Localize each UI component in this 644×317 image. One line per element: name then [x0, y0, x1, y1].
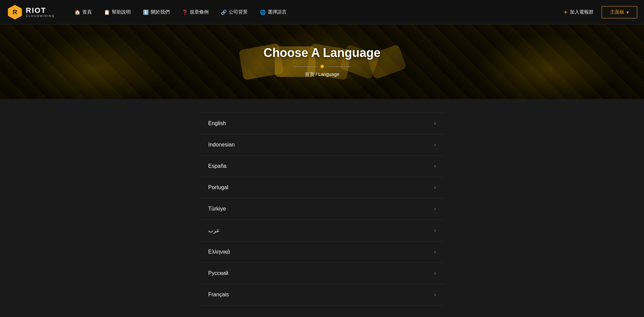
lang-label-francais: Français: [208, 292, 229, 298]
join-button[interactable]: ✈ 加入電報群: [560, 9, 598, 15]
lang-label-turkiye: Türkiye: [208, 206, 226, 212]
svg-text:R: R: [13, 8, 17, 15]
nav-label-home: 首頁: [82, 9, 92, 15]
hero-banner: Choose A Language 首頁 / Language: [0, 24, 644, 99]
lang-chevron-english: ›: [434, 120, 436, 126]
lang-item-espana[interactable]: España›: [200, 156, 444, 177]
help-icon: 📋: [104, 9, 110, 15]
rules-icon: ❓: [182, 9, 188, 15]
lang-item-english[interactable]: English›: [200, 113, 444, 134]
lang-chevron-russian: ›: [434, 270, 436, 276]
navbar: R RIOT CLOUDMINING 🏠 首頁 📋 幫助說明 ℹ️ 關於我們 ❓…: [0, 0, 644, 24]
lang-label-greek: Ελληνικά: [208, 249, 230, 255]
language-list: English›Indonesian›España›Portugal›Türki…: [193, 113, 451, 305]
home-icon: 🏠: [75, 9, 80, 15]
lang-chevron-portugal: ›: [434, 184, 436, 191]
breadcrumb-home: 首頁: [305, 72, 314, 77]
hero-decoration: [0, 24, 644, 99]
lang-item-arabic[interactable]: عرب›: [200, 220, 444, 241]
about-icon: ℹ️: [143, 9, 149, 15]
hero-divider: [293, 65, 351, 68]
lang-item-francais[interactable]: Français›: [200, 284, 444, 305]
hero-title: Choose A Language: [264, 46, 380, 60]
lang-item-portugal[interactable]: Portugal›: [200, 177, 444, 198]
nav-item-company[interactable]: 🔗 公司背景: [215, 9, 254, 15]
lang-label-russian: Русский: [208, 270, 228, 276]
lang-item-turkiye[interactable]: Türkiye›: [200, 198, 444, 220]
divider-dot: [320, 65, 324, 68]
dashboard-button[interactable]: 主面板 ▾: [602, 6, 637, 18]
nav-links: 🏠 首頁 📋 幫助說明 ℹ️ 關於我們 ❓ 規章條例 🔗 公司背景 🌐 選擇語言: [68, 9, 560, 15]
breadcrumb-current: Language: [318, 72, 339, 77]
lang-chevron-greek: ›: [434, 249, 436, 255]
lang-chevron-turkiye: ›: [434, 206, 436, 212]
language-icon: 🌐: [260, 9, 266, 15]
nav-label-rules: 規章條例: [190, 9, 209, 15]
lang-label-indonesian: Indonesian: [208, 142, 235, 148]
join-icon: ✈: [564, 9, 568, 15]
nav-right: ✈ 加入電報群 主面板 ▾: [560, 6, 637, 18]
nav-item-language[interactable]: 🌐 選擇語言: [254, 9, 293, 15]
lang-chevron-francais: ›: [434, 292, 436, 298]
lang-item-russian[interactable]: Русский›: [200, 263, 444, 284]
lang-item-indonesian[interactable]: Indonesian›: [200, 134, 444, 156]
lang-label-english: English: [208, 120, 226, 126]
nav-label-language: 選擇語言: [268, 9, 287, 15]
logo-icon: R: [7, 4, 23, 20]
dashboard-chevron-icon: ▾: [626, 9, 629, 15]
breadcrumb: 首頁 / Language: [305, 72, 339, 78]
nav-item-rules[interactable]: ❓ 規章條例: [176, 9, 215, 15]
lang-item-greek[interactable]: Ελληνικά›: [200, 241, 444, 263]
brand-sub: CLOUDMINING: [26, 14, 55, 18]
divider-line-left: [293, 66, 317, 67]
lang-chevron-arabic: ›: [434, 227, 436, 234]
logo[interactable]: R RIOT CLOUDMINING: [7, 4, 55, 20]
lang-chevron-espana: ›: [434, 163, 436, 169]
nav-label-about: 關於我們: [151, 9, 170, 15]
company-icon: 🔗: [221, 9, 227, 15]
nav-item-home[interactable]: 🏠 首頁: [68, 9, 98, 15]
lang-label-espana: España: [208, 163, 227, 169]
nav-label-company: 公司背景: [229, 9, 248, 15]
lang-label-arabic: عرب: [208, 227, 220, 234]
nav-item-help[interactable]: 📋 幫助說明: [98, 9, 137, 15]
nav-label-help: 幫助說明: [112, 9, 131, 15]
join-label: 加入電報群: [570, 9, 594, 15]
lang-chevron-indonesian: ›: [434, 142, 436, 148]
dashboard-label: 主面板: [610, 9, 624, 15]
divider-line-right: [327, 66, 351, 67]
brand-name: RIOT: [26, 7, 55, 14]
lang-label-portugal: Portugal: [208, 184, 229, 191]
nav-item-about[interactable]: ℹ️ 關於我們: [137, 9, 176, 15]
